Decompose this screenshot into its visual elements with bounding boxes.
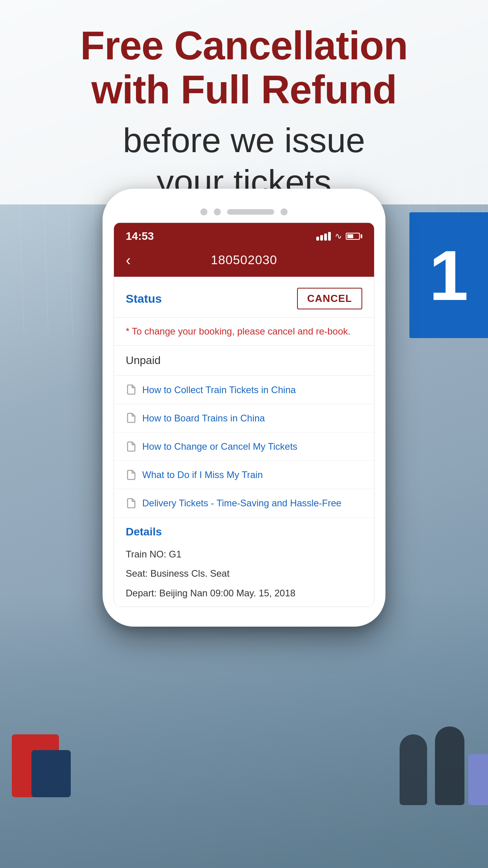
person-silhouette-1: [400, 734, 427, 805]
battery-tip: [361, 234, 362, 238]
phone-dot-3: [281, 208, 288, 215]
info-text: * To change your booking, please cancel …: [114, 318, 374, 346]
phone-top-bar: [114, 208, 374, 215]
signal-bar-1: [316, 237, 319, 241]
list-item-1[interactable]: How to Board Trains in China: [114, 404, 374, 432]
status-time: 14:53: [126, 230, 154, 243]
status-icons: ∿: [316, 231, 362, 241]
phone-screen: 14:53 ∿: [114, 223, 374, 607]
headline-main: Free Cancellation with Full Refund: [24, 24, 464, 112]
status-row: Status CANCEL: [114, 277, 374, 318]
list-item-2[interactable]: How to Change or Cancel My Tickets: [114, 432, 374, 461]
nav-bar: ‹ 180502030: [114, 246, 374, 277]
luggage-dark: [31, 750, 71, 797]
wifi-icon: ∿: [335, 231, 342, 241]
signal-bars: [316, 232, 331, 241]
detail-seat: Seat: Business Cls. Seat: [126, 564, 362, 583]
signal-bar-4: [328, 232, 331, 241]
luggage-purple: [468, 754, 488, 805]
detail-depart: Depart: Beijing Nan 09:00 May. 15, 2018: [126, 583, 362, 603]
headline-line1: Free Cancellation: [80, 23, 407, 68]
list-text-4: Delivery Tickets - Time-Saving and Hassl…: [142, 497, 341, 509]
status-label: Status: [126, 292, 162, 305]
list-text-2: How to Change or Cancel My Tickets: [142, 440, 297, 452]
details-label: Details: [126, 526, 362, 538]
document-icon-4: [126, 498, 137, 509]
headline-line2: with Full Refund: [91, 67, 396, 112]
phone-speaker: [227, 209, 274, 215]
list-item-0[interactable]: How to Collect Train Tickets in China: [114, 376, 374, 404]
phone-dot-1: [200, 208, 207, 215]
left-luggage-area: [0, 640, 79, 797]
headline-section: Free Cancellation with Full Refund befor…: [0, 24, 488, 203]
signal-bar-3: [324, 234, 327, 241]
detail-train-no: Train NO: G1: [126, 544, 362, 564]
list-text-3: What to Do if I Miss My Train: [142, 469, 263, 481]
nav-title: 180502030: [211, 253, 277, 267]
status-bar: 14:53 ∿: [114, 223, 374, 246]
person-with-luggage: [435, 726, 464, 805]
right-people-area: [400, 726, 464, 805]
list-text-0: How to Collect Train Tickets in China: [142, 384, 296, 396]
list-item-4[interactable]: Delivery Tickets - Time-Saving and Hassl…: [114, 489, 374, 517]
payment-status: Unpaid: [114, 346, 374, 376]
headline-sub-line1: before we issue: [123, 121, 365, 160]
cancel-button[interactable]: CANCEL: [297, 288, 362, 309]
battery-fill: [347, 234, 353, 238]
document-icon-0: [126, 384, 137, 395]
document-icon-3: [126, 469, 137, 480]
document-icon-2: [126, 441, 137, 452]
signal-bar-2: [320, 235, 323, 241]
person-silhouette-2: [435, 726, 464, 805]
list-item-3[interactable]: What to Do if I Miss My Train: [114, 461, 374, 489]
battery-body: [346, 233, 360, 240]
blue-sign: 1: [409, 212, 488, 338]
phone-dot-2: [214, 208, 221, 215]
blue-sign-number: 1: [429, 235, 468, 316]
document-icon-1: [126, 412, 137, 423]
list-text-1: How to Board Trains in China: [142, 412, 265, 424]
phone-mockup: 14:53 ∿: [103, 189, 385, 627]
phone-frame: 14:53 ∿: [103, 189, 385, 627]
battery-icon: [346, 233, 362, 240]
content-area: Status CANCEL * To change your booking, …: [114, 277, 374, 607]
nav-back-button[interactable]: ‹: [126, 253, 131, 268]
details-section: Details Train NO: G1 Seat: Business Cls.…: [114, 518, 374, 607]
